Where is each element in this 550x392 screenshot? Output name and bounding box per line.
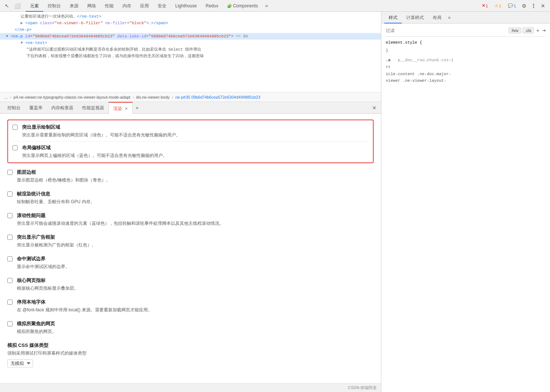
render-item: 滚动性能问题 突出显示可能会减慢滚动速度的元素（蓝绿色），包括轻触和滚轮事件处理… xyxy=(7,212,374,227)
info-icon: 💬 xyxy=(508,3,513,8)
cursor-icon[interactable]: ↖ xyxy=(3,2,11,10)
tab-redux[interactable]: Redux xyxy=(201,0,223,12)
breadcrumb-item[interactable]: p4.ne-viewer.ne-typography-classic.ne-vi… xyxy=(12,95,132,99)
tab-performance[interactable]: 性能 xyxy=(100,0,118,12)
tab-rendering[interactable]: 渲染 ✕ xyxy=(109,102,133,114)
toolbar-icon-group: ↖ ⬜ xyxy=(3,2,21,10)
frame-stats-title: 帧渲染统计信息 xyxy=(17,191,374,197)
bottom-tabs-bar: 控制台 覆盖率 内存检查器 性能监视器 渲染 ✕ » ✕ xyxy=(0,102,381,114)
close-bottom-panel-icon[interactable]: ✕ xyxy=(371,105,378,111)
style-source-link[interactable]: p__doc__rou…chunk.css:1 xyxy=(398,58,454,62)
hov-tag[interactable]: :hov xyxy=(509,28,521,33)
toolbar-right: ✕ 1 ⚠ 1 💬 1 ⚙ ⋮ ✕ xyxy=(479,2,547,10)
filter-input[interactable] xyxy=(386,28,507,33)
close-rendering-tab[interactable]: ✕ xyxy=(125,106,128,111)
more-right-tabs-icon[interactable]: » xyxy=(446,15,453,20)
render-item-row: 突出显示绘制区域 突出显示需要重新绘制的网页区域（绿色）。可能不适合患有光敏性癫… xyxy=(12,124,368,138)
tab-application[interactable]: 应用 xyxy=(136,0,153,12)
layer-borders-checkbox[interactable] xyxy=(7,170,12,175)
tab-layout[interactable]: 布局 xyxy=(428,12,446,23)
render-item: 帧渲染统计信息 绘制帧吞吐量、丢帧分布和 GPU 内存。 xyxy=(7,191,374,205)
layout-shift-content: 布局偏移区域 突出显示网页上偏移的区域（蓝色）。可能不适合患有光敏性癫痫的用户。 xyxy=(22,144,368,159)
scrolling-perf-title: 滚动性能问题 xyxy=(17,212,374,219)
tab-security[interactable]: 安全 xyxy=(153,0,171,12)
css-media-type-section: 模拟 CSS 媒体类型 强制采用测试打印和屏幕样式的媒体类型 无模拟 打印 屏幕 xyxy=(7,342,374,367)
code-line: 下拉列表框，却发现整个层叠区域都发生了闪动，或与此操作组件的无关区域发生了闪动，… xyxy=(0,53,381,59)
tab-network[interactable]: 网络 xyxy=(83,0,100,12)
breadcrumb-item[interactable]: ne-p#35 09b6d74b6cea572e6304d494885cb23 xyxy=(174,95,262,99)
top-toolbar: ↖ ⬜ 元素 控制台 来源 网络 性能 内存 应用 安全 Lighthouse … xyxy=(0,0,550,12)
tab-elements[interactable]: 元素 xyxy=(26,0,43,12)
breadcrumb-item[interactable]: ... xyxy=(3,95,9,99)
focused-page-checkbox[interactable] xyxy=(7,321,12,326)
highlighted-render-items: 突出显示绘制区域 突出显示需要重新绘制的网页区域（绿色）。可能不适合患有光敏性癫… xyxy=(7,120,374,163)
style-filter-bar: :hov .cls + ⇥ xyxy=(386,26,546,37)
cls-tag[interactable]: .cls xyxy=(522,28,534,33)
layout-shift-desc: 突出显示网页上偏移的区域（蓝色）。可能不适合患有光敏性癫痫的用户。 xyxy=(22,152,368,159)
add-style-icon[interactable]: + xyxy=(535,28,540,33)
frame-stats-checkbox[interactable] xyxy=(7,191,12,197)
cwv-title: 核心网页指标 xyxy=(17,277,374,284)
warning-count: 1 xyxy=(499,4,501,8)
device-icon[interactable]: ⬜ xyxy=(13,2,21,10)
element-style-block: element.style { } xyxy=(386,40,546,54)
footer-bar: CSDN·前端阿龙 xyxy=(0,383,381,392)
more-options-icon[interactable]: ⋮ xyxy=(529,2,538,10)
cwv-checkbox[interactable] xyxy=(7,278,12,283)
settings-icon[interactable]: ⚙ xyxy=(520,2,528,10)
info-badge[interactable]: 💬 1 xyxy=(505,2,518,9)
render-item: 命中测试边界 显示命中测试区域的边界。 xyxy=(7,256,374,270)
tab-components[interactable]: 🧩Components xyxy=(223,0,262,12)
code-line: 让重绘区域进行一次绿色闪动。</ne-text> xyxy=(0,13,381,20)
render-item: 图层边框 显示图层边框（橙色/橄榄色）和图块（青色）。 xyxy=(7,169,374,183)
layer-borders-title: 图层边框 xyxy=(17,169,374,176)
ad-highlights-checkbox[interactable] xyxy=(7,235,12,240)
paint-flashing-checkbox[interactable] xyxy=(12,125,18,130)
code-line: </ne-p> xyxy=(0,26,381,33)
tab-performance-monitor[interactable]: 性能监视器 xyxy=(78,102,109,114)
tab-memory[interactable]: 内存 xyxy=(118,0,136,12)
tab-coverage[interactable]: 覆盖率 xyxy=(25,102,47,114)
breadcrumb-item[interactable]: div.ne-viewer-body xyxy=(135,95,171,99)
more-tabs-icon[interactable]: » xyxy=(262,3,271,8)
frame-stats-desc: 绘制帧吞吐量、丢帧分布和 GPU 内存。 xyxy=(17,198,374,205)
render-item: 模拟所聚焦的网页 模拟所聚焦的网页。 xyxy=(7,320,374,335)
disable-fonts-checkbox[interactable] xyxy=(7,300,12,305)
layout-shift-title: 布局偏移区域 xyxy=(22,144,368,151)
right-tabs-bar: 样式 计算样式 布局 » xyxy=(381,12,550,23)
main-layout: 让重绘区域进行一次绿色闪动。</ne-text> ▶ <span class="… xyxy=(0,12,550,392)
tab-console-bottom[interactable]: 控制台 xyxy=(3,102,25,114)
error-icon: ✕ xyxy=(482,3,485,8)
scrolling-perf-checkbox[interactable] xyxy=(7,213,12,218)
error-badge[interactable]: ✕ 1 xyxy=(479,2,491,9)
element-style-selector: element.style { xyxy=(386,40,422,45)
styles-panel: :hov .cls + ⇥ element.style { } .a p__do… xyxy=(381,23,550,392)
more-bottom-tabs-icon[interactable]: » xyxy=(133,105,141,110)
left-panel: 让重绘区域进行一次绿色闪动。</ne-text> ▶ <span class="… xyxy=(0,12,381,392)
render-item: 突出显示广告框架 突出显示被检测为广告的框架（红色）。 xyxy=(7,234,374,248)
selector-style-block: .a p__doc__rou…chunk.css:1 rt icle-conte… xyxy=(386,57,546,84)
media-type-select[interactable]: 无模拟 打印 屏幕 xyxy=(7,359,33,367)
layout-shift-checkbox[interactable] xyxy=(12,145,18,150)
render-divider xyxy=(12,141,368,142)
tab-lighthouse[interactable]: Lighthouse xyxy=(171,0,201,12)
main-nav-tabs: 元素 控制台 来源 网络 性能 内存 应用 安全 Lighthouse Redu… xyxy=(26,0,478,12)
warning-badge[interactable]: ⚠ 1 xyxy=(492,2,504,9)
tab-memory-inspector[interactable]: 内存检查器 xyxy=(47,102,78,114)
hit-test-checkbox[interactable] xyxy=(7,256,12,261)
rendering-panel: 突出显示绘制区域 突出显示需要重新绘制的网页区域（绿色）。可能不适合患有光敏性癫… xyxy=(0,114,381,383)
focused-page-title: 模拟所聚焦的网页 xyxy=(17,320,374,327)
disable-fonts-title: 停用本地字体 xyxy=(17,299,374,305)
render-item: 停用本地字体 在 @font-face 规则中停用 local() 来源。需要重… xyxy=(7,299,374,313)
style-options-icon[interactable]: ⇥ xyxy=(542,28,546,33)
tab-sources[interactable]: 来源 xyxy=(65,0,83,12)
close-devtools-icon[interactable]: ✕ xyxy=(539,2,547,10)
code-view[interactable]: 让重绘区域进行一次绿色闪动。</ne-text> ▶ <span class="… xyxy=(0,12,381,92)
tab-console[interactable]: 控制台 xyxy=(43,0,65,12)
tab-styles[interactable]: 样式 xyxy=(384,12,402,23)
paint-flashing-title: 突出显示绘制区域 xyxy=(22,124,368,131)
render-item-row: 布局偏移区域 突出显示网页上偏移的区域（蓝色）。可能不适合患有光敏性癫痫的用户。 xyxy=(12,144,368,159)
code-line: ▼ <ne-text> xyxy=(0,40,381,46)
warning-icon: ⚠ xyxy=(495,3,498,8)
tab-computed[interactable]: 计算样式 xyxy=(402,12,428,23)
